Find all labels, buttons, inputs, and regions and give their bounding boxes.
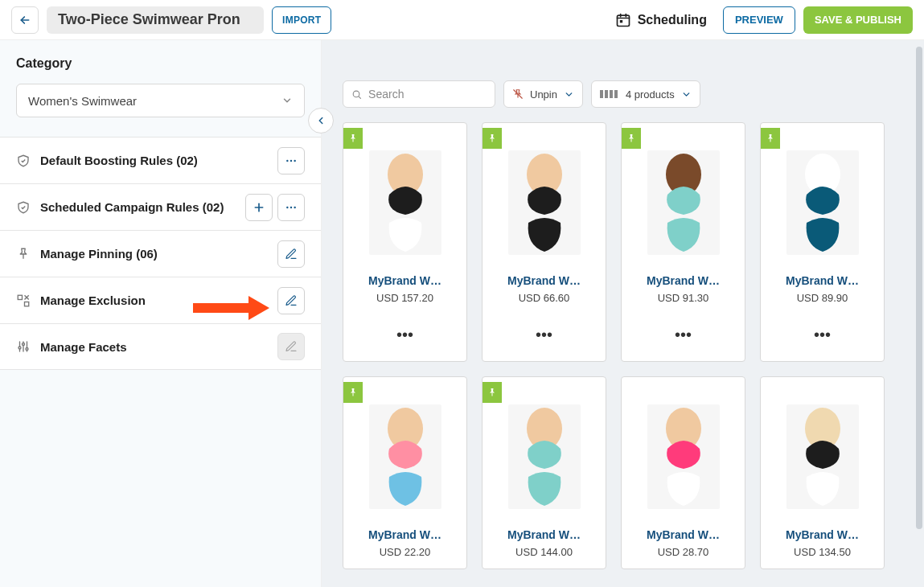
- product-name: MyBrand W…: [507, 274, 581, 287]
- category-heading: Category: [16, 56, 305, 71]
- svg-point-5: [286, 206, 288, 207]
- product-image: [508, 150, 581, 255]
- exclude-icon: [16, 294, 31, 308]
- sidebar-row-manage-exclusion[interactable]: Manage Exclusion: [0, 277, 321, 323]
- search-input[interactable]: [368, 88, 487, 101]
- thumbtack-icon: [626, 133, 636, 143]
- svg-rect-20: [631, 139, 632, 142]
- svg-rect-9: [25, 302, 29, 306]
- product-name: MyBrand W…: [786, 528, 859, 541]
- product-card[interactable]: MyBrand W…USD 134.50: [760, 376, 885, 569]
- product-price: USD 89.90: [797, 292, 848, 304]
- product-more-button[interactable]: •••: [675, 333, 692, 336]
- edit-button[interactable]: [277, 287, 305, 314]
- product-card[interactable]: MyBrand W…USD 144.00: [482, 376, 606, 569]
- product-name: MyBrand W…: [647, 528, 720, 541]
- top-bar: Two-Piece Swimwear Pron IMPORT Schedulin…: [0, 0, 924, 40]
- category-select[interactable]: Women's Swimwear: [16, 84, 305, 117]
- pin-badge: [761, 128, 780, 149]
- product-price: USD 66.60: [519, 292, 570, 304]
- chevron-down-icon: [281, 95, 293, 106]
- save-publish-button[interactable]: SAVE & PUBLISH: [803, 6, 913, 34]
- product-image: [369, 150, 441, 255]
- pin-badge: [343, 128, 363, 149]
- import-button[interactable]: IMPORT: [272, 6, 331, 34]
- product-card[interactable]: MyBrand W…USD 66.60•••: [482, 122, 606, 362]
- svg-point-7: [294, 206, 295, 207]
- pin-badge: [483, 382, 502, 403]
- unpin-dropdown[interactable]: Unpin: [503, 80, 583, 108]
- product-more-button[interactable]: •••: [396, 333, 413, 336]
- sidebar-row-manage-pinning[interactable]: Manage Pinning (06): [0, 230, 321, 277]
- sidebar-row-label: Default Boosting Rules (02): [40, 154, 198, 167]
- add-button[interactable]: [245, 194, 273, 221]
- sidebar-row-label: Manage Pinning (06): [40, 247, 158, 261]
- search-input-wrap[interactable]: [343, 80, 495, 108]
- more-button[interactable]: [277, 147, 305, 174]
- product-more-button[interactable]: •••: [536, 333, 552, 336]
- svg-point-4: [294, 159, 295, 161]
- scheduling-label: Scheduling: [638, 13, 707, 27]
- product-card[interactable]: MyBrand W…USD 157.20•••: [343, 122, 467, 362]
- product-name: MyBrand W…: [786, 274, 859, 287]
- svg-rect-17: [492, 139, 493, 142]
- unpin-icon: [512, 88, 524, 100]
- sidebar-row-default-boosting[interactable]: Default Boosting Rules (02): [0, 137, 321, 183]
- pin-icon: [16, 247, 31, 261]
- scrollbar[interactable]: [916, 47, 922, 529]
- pin-badge: [483, 128, 502, 149]
- product-name: MyBrand W…: [647, 274, 720, 287]
- product-image: [786, 404, 859, 509]
- shield-icon: [16, 154, 31, 168]
- edit-icon: [285, 340, 298, 353]
- product-price: USD 91.30: [658, 292, 709, 304]
- product-more-button[interactable]: •••: [814, 333, 831, 336]
- arrow-left-icon: [18, 14, 31, 27]
- shield-icon: [16, 200, 31, 215]
- edit-button-disabled: [277, 333, 305, 360]
- product-name: MyBrand W…: [368, 274, 441, 287]
- product-card[interactable]: MyBrand W…USD 91.30•••: [621, 122, 745, 362]
- search-icon: [351, 88, 362, 101]
- plus-icon: [253, 201, 265, 214]
- back-button[interactable]: [11, 6, 39, 34]
- product-image: [786, 150, 859, 255]
- sidebar-row-label: Scheduled Campaign Rules (02): [40, 200, 224, 214]
- grid-size-dropdown[interactable]: 4 products: [591, 80, 700, 108]
- svg-point-2: [286, 159, 288, 161]
- products-count-label: 4 products: [626, 88, 675, 101]
- svg-rect-26: [353, 393, 354, 396]
- sliders-icon: [16, 339, 31, 354]
- sidebar-row-label: Manage Facets: [40, 340, 127, 354]
- product-card[interactable]: MyBrand W…USD 89.90•••: [760, 122, 885, 362]
- product-price: USD 22.20: [380, 546, 431, 558]
- product-price: USD 144.00: [515, 546, 573, 558]
- collapse-sidebar-button[interactable]: [308, 108, 334, 133]
- edit-icon: [285, 294, 298, 307]
- svg-rect-1: [620, 20, 622, 23]
- sidebar: Category Women's Swimwear Default Boosti…: [0, 40, 322, 587]
- pin-badge: [343, 382, 363, 403]
- sidebar-row-scheduled-campaign[interactable]: Scheduled Campaign Rules (02): [0, 183, 321, 230]
- svg-point-6: [290, 206, 292, 207]
- preview-button[interactable]: PREVIEW: [723, 6, 795, 34]
- sidebar-row-label: Manage Exclusion: [40, 294, 146, 307]
- svg-rect-0: [617, 15, 629, 26]
- more-button[interactable]: [277, 194, 305, 221]
- sidebar-row-manage-facets[interactable]: Manage Facets: [0, 323, 321, 370]
- product-image: [647, 150, 720, 255]
- product-name: MyBrand W…: [368, 528, 441, 541]
- product-image: [369, 404, 441, 509]
- chevron-left-icon: [315, 115, 326, 126]
- svg-point-3: [290, 159, 292, 161]
- edit-button[interactable]: [277, 240, 305, 268]
- product-card[interactable]: MyBrand W…USD 28.70: [621, 376, 745, 569]
- svg-rect-8: [18, 295, 22, 299]
- thumbtack-icon: [766, 133, 775, 143]
- thumbtack-icon: [487, 133, 497, 143]
- svg-rect-29: [492, 393, 493, 396]
- product-card[interactable]: MyBrand W…USD 22.20: [343, 376, 467, 569]
- unpin-label: Unpin: [530, 88, 557, 101]
- scheduling-link[interactable]: Scheduling: [615, 12, 707, 28]
- product-image: [647, 404, 720, 509]
